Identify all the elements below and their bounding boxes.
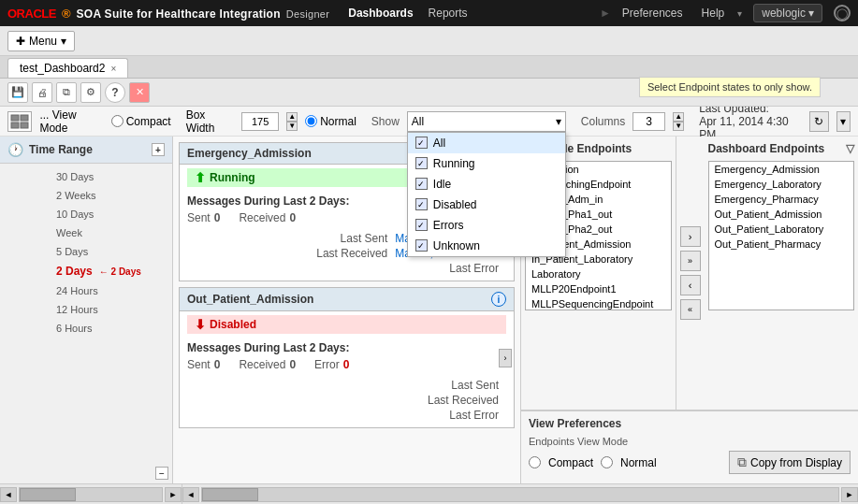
vp-normal-label[interactable]: Normal <box>620 456 657 469</box>
dropdown-option-disabled[interactable]: ✓ Disabled <box>408 194 565 215</box>
time-item-5days[interactable]: 5 Days <box>0 242 172 261</box>
last-error-label-0: Last Error <box>449 262 499 275</box>
close-icon-button[interactable]: ✕ <box>129 82 150 103</box>
dropdown-option-all[interactable]: ✓ All <box>408 133 565 153</box>
add-all-endpoints-button[interactable]: » <box>680 251 701 271</box>
expand-time-range-button[interactable]: + <box>152 143 165 156</box>
received-label-1: Received <box>239 358 285 371</box>
scroll-track-left[interactable] <box>19 487 163 502</box>
info-icon-button[interactable]: i <box>491 292 506 307</box>
ae-item-mllpseq[interactable]: MLLPSequencingEndpoint <box>526 296 671 310</box>
de-item-emergency-admission[interactable]: Emergency_Admission <box>709 162 854 177</box>
time-item-12hours[interactable]: 12 Hours <box>0 300 172 319</box>
dropdown-option-unknown[interactable]: ✓ Unknown <box>408 236 565 256</box>
compact-radio[interactable] <box>111 115 124 127</box>
menu-arrow: ▾ <box>61 35 66 48</box>
dropdown-option-idle[interactable]: ✓ Idle <box>408 174 565 194</box>
ae-item-mllp20[interactable]: MLLP20Endpoint1 <box>526 281 671 296</box>
reports-nav[interactable]: Reports <box>429 7 468 20</box>
dashboard-tab[interactable]: test_Dashboard2 × <box>7 58 128 78</box>
remove-all-endpoints-button[interactable]: « <box>680 299 701 320</box>
scroll-left-button[interactable]: ◄ <box>0 487 17 502</box>
vp-compact-label[interactable]: Compact <box>548 456 593 469</box>
checkbox-unknown[interactable]: ✓ <box>415 239 428 252</box>
dropdown-option-running[interactable]: ✓ Running <box>408 153 565 174</box>
copy-label: Copy from Display <box>750 456 842 469</box>
filter-icon[interactable]: ▽ <box>846 142 854 155</box>
last-sent-label-1: Last Sent <box>451 379 499 392</box>
vp-normal-radio[interactable] <box>601 456 613 468</box>
bottom-scrollbar: ◄ ► ◄ ► <box>0 483 858 504</box>
time-item-10days[interactable]: 10 Days <box>0 205 172 223</box>
status-label-1: Disabled <box>210 318 256 331</box>
help-icon-button[interactable]: ? <box>105 82 125 103</box>
checkbox-disabled[interactable]: ✓ <box>415 198 428 210</box>
dropdown-option-errors[interactable]: ✓ Errors <box>408 215 565 236</box>
copy-icon-button[interactable]: ⧉ <box>56 82 77 103</box>
columns-input[interactable] <box>633 112 665 131</box>
save-icon-button[interactable]: 💾 <box>7 82 28 103</box>
endpoint-card-out-patient-admission: Out_Patient_Admission i ⬇ Disabled Messa… <box>179 287 515 428</box>
time-item-30days[interactable]: 30 Days <box>0 167 172 186</box>
svg-rect-3 <box>21 122 28 128</box>
user-menu-button[interactable]: weblogic ▾ <box>753 4 822 22</box>
time-item-2days[interactable]: 2 Days ← 2 Days <box>0 261 172 281</box>
spinner-buttons: ▲ ▼ <box>286 112 298 131</box>
scroll-left-button-2[interactable]: ◄ <box>182 487 199 502</box>
dashboard-endpoints-list[interactable]: Emergency_Admission Emergency_Laboratory… <box>708 161 855 310</box>
left-scrollbar: ◄ ► <box>0 484 182 505</box>
de-item-emergency-laboratory[interactable]: Emergency_Laboratory <box>709 177 854 192</box>
error-item-1: Error 0 <box>314 358 349 371</box>
print-icon-button[interactable]: 🖨 <box>32 82 52 103</box>
dashboards-nav[interactable]: Dashboards <box>348 7 413 20</box>
de-item-out-patient-admission[interactable]: Out_Patient_Admission <box>709 207 854 222</box>
refresh-button[interactable]: ↻ <box>809 111 829 132</box>
collapse-time-range-button[interactable]: − <box>155 467 168 480</box>
scroll-track-right[interactable] <box>201 487 839 502</box>
time-item-2weeks[interactable]: 2 Weeks <box>0 186 172 205</box>
checkbox-running[interactable]: ✓ <box>415 157 428 169</box>
checkbox-all[interactable]: ✓ <box>415 137 428 149</box>
window-icon[interactable]: ◯ <box>834 5 851 22</box>
box-width-input[interactable] <box>241 112 279 131</box>
normal-label[interactable]: Normal <box>320 115 356 128</box>
vp-compact-radio[interactable] <box>529 456 541 468</box>
add-endpoint-button[interactable]: › <box>680 226 701 247</box>
remove-endpoint-button[interactable]: ‹ <box>680 275 701 295</box>
view-mode-icon[interactable] <box>7 111 32 132</box>
status-down-arrow-icon: ⬇ <box>195 317 206 332</box>
dashboard-endpoints-title: Dashboard Endpoints <box>708 142 825 155</box>
nav-arrow-right[interactable]: › <box>499 349 512 367</box>
last-sent-row-1: Last Sent <box>187 379 506 392</box>
time-item-2days-label: 2 Days <box>56 265 93 278</box>
columns-spin-up[interactable]: ▲ <box>673 112 684 122</box>
ae-item-laboratory[interactable]: Laboratory <box>526 266 671 281</box>
normal-radio[interactable] <box>305 115 317 127</box>
right-panel: Available Endpoints Admission HL7Batchin… <box>521 137 858 483</box>
scroll-right-button[interactable]: ► <box>165 487 182 502</box>
de-item-emergency-pharmacy[interactable]: Emergency_Pharmacy <box>709 192 854 207</box>
help-link[interactable]: Help <box>702 7 725 20</box>
show-dropdown-menu[interactable]: ✓ All ✓ Running ✓ Idle ✓ Disabled ✓ Erro… <box>407 132 566 257</box>
tab-close-button[interactable]: × <box>110 64 116 74</box>
menu-button[interactable]: ✚ Menu ▾ <box>7 31 75 51</box>
de-item-out-patient-pharmacy[interactable]: Out_Patient_Pharmacy <box>709 237 854 252</box>
columns-spin-down[interactable]: ▼ <box>673 122 684 131</box>
spin-down-button[interactable]: ▼ <box>286 122 298 131</box>
checkbox-errors[interactable]: ✓ <box>415 219 428 231</box>
de-item-out-patient-laboratory[interactable]: Out_Patient_Laboratory <box>709 222 854 237</box>
time-item-week[interactable]: Week <box>0 223 172 242</box>
spin-up-button[interactable]: ▲ <box>286 112 298 122</box>
copy-from-display-button[interactable]: ⧉ Copy from Display <box>729 451 851 474</box>
scroll-right-button-2[interactable]: ► <box>841 487 858 502</box>
option-disabled-label: Disabled <box>433 198 477 211</box>
time-item-6hours[interactable]: 6 Hours <box>0 319 172 338</box>
preferences-link[interactable]: Preferences <box>622 7 683 20</box>
last-error-label-1: Last Error <box>449 409 499 422</box>
compact-label[interactable]: Compact <box>126 115 171 128</box>
show-dropdown[interactable]: All ▾ <box>407 111 566 132</box>
expand-arrow-button[interactable]: ▾ <box>836 111 851 132</box>
checkbox-idle[interactable]: ✓ <box>415 178 428 190</box>
time-item-24hours[interactable]: 24 Hours <box>0 281 172 300</box>
settings-icon-button[interactable]: ⚙ <box>80 82 101 103</box>
